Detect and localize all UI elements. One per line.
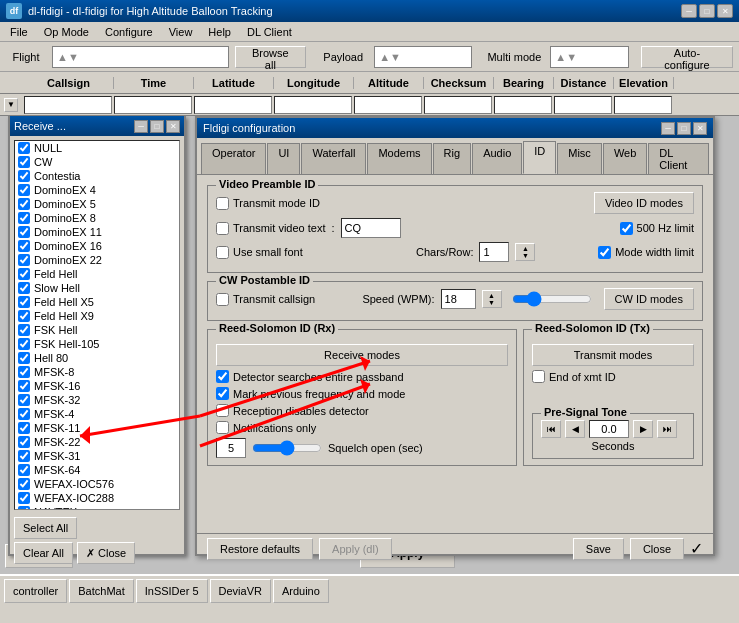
config-minimize-btn[interactable]: ─ [661,122,675,135]
receive-list-item[interactable]: DominoEX 8 [15,211,179,225]
receive-item-checkbox[interactable] [18,170,30,182]
receive-item-checkbox[interactable] [18,296,30,308]
chars-row-input[interactable] [479,242,509,262]
receive-list[interactable]: NULLCWContestiaDominoEX 4DominoEX 5Domin… [14,140,180,510]
presignal-value[interactable] [589,420,629,438]
receive-list-item[interactable]: NAVTEX [15,505,179,510]
notifications-checkbox[interactable] [216,421,229,434]
end-of-xmt-checkbox[interactable] [532,370,545,383]
receive-list-item[interactable]: WEFAX-IOC288 [15,491,179,505]
receive-item-checkbox[interactable] [18,338,30,350]
menu-view[interactable]: View [163,25,199,39]
receive-list-item[interactable]: Feld Hell X5 [15,295,179,309]
close-receive-button[interactable]: ✗ Close [77,542,135,564]
cw-id-modes-button[interactable]: CW ID modes [604,288,694,310]
tab-operator[interactable]: Operator [201,143,266,174]
receive-item-checkbox[interactable] [18,352,30,364]
reception-label[interactable]: Reception disables detector [216,404,369,417]
menu-file[interactable]: File [4,25,34,39]
checkmark-icon[interactable]: ✓ [690,539,703,558]
presignal-rewind[interactable]: ◀ [565,420,585,438]
transmit-video-label[interactable]: Transmit video text [216,222,326,235]
tab-id[interactable]: ID [523,141,556,174]
config-maximize-btn[interactable]: □ [677,122,691,135]
receive-item-checkbox[interactable] [18,156,30,168]
speed-input[interactable] [441,289,476,309]
config-close-footer-button[interactable]: Close [630,538,684,560]
taskbar-item-3[interactable]: DeviaVR [210,579,271,603]
receive-item-checkbox[interactable] [18,212,30,224]
receive-list-item[interactable]: MFSK-31 [15,449,179,463]
receive-item-checkbox[interactable] [18,254,30,266]
mode-width-label[interactable]: Mode width limit [598,246,694,259]
menu-configure[interactable]: Configure [99,25,159,39]
apply-dl-button[interactable]: Apply (dl) [319,538,391,560]
auto-configure-button[interactable]: Auto-configure [641,46,733,68]
end-of-xmt-label[interactable]: End of xmt ID [532,370,616,383]
tab-modems[interactable]: Modems [367,143,431,174]
receive-item-checkbox[interactable] [18,450,30,462]
receive-item-checkbox[interactable] [18,394,30,406]
detector-checkbox[interactable] [216,370,229,383]
tab-waterfall[interactable]: Waterfall [301,143,366,174]
receive-item-checkbox[interactable] [18,380,30,392]
receive-list-item[interactable]: Feld Hell [15,267,179,281]
receive-list-item[interactable]: NULL [15,141,179,155]
receive-list-item[interactable]: WEFAX-IOC576 [15,477,179,491]
input-latitude[interactable] [194,96,272,114]
save-button[interactable]: Save [573,538,624,560]
squelch-value[interactable] [216,438,246,458]
presignal-forward[interactable]: ▶ [633,420,653,438]
taskbar-item-4[interactable]: Arduino [273,579,329,603]
receive-list-item[interactable]: MFSK-64 [15,463,179,477]
small-font-label[interactable]: Use small font [216,246,303,259]
restore-defaults-button[interactable]: Restore defaults [207,538,313,560]
tab-misc[interactable]: Misc [557,143,602,174]
receive-list-item[interactable]: FSK Hell-105 [15,337,179,351]
input-longitude[interactable] [274,96,352,114]
mark-prev-checkbox[interactable] [216,387,229,400]
tab-web[interactable]: Web [603,143,647,174]
notifications-label[interactable]: Notifications only [216,421,316,434]
taskbar-item-1[interactable]: BatchMat [69,579,133,603]
receive-list-item[interactable]: CW [15,155,179,169]
receive-item-checkbox[interactable] [18,184,30,196]
receive-item-checkbox[interactable] [18,310,30,322]
mark-prev-label[interactable]: Mark previous frequency and mode [216,387,405,400]
transmit-mode-label[interactable]: Transmit mode ID [216,197,320,210]
mode-width-checkbox[interactable] [598,246,611,259]
transmit-modes-button[interactable]: Transmit modes [532,344,694,366]
clear-all-button[interactable]: Clear All [14,542,73,564]
menu-help[interactable]: Help [202,25,237,39]
speed-spin[interactable]: ▲ ▼ [482,290,502,308]
chars-row-spin[interactable]: ▲ ▼ [515,243,535,261]
transmit-video-checkbox[interactable] [216,222,229,235]
receive-item-checkbox[interactable] [18,226,30,238]
input-distance[interactable] [554,96,612,114]
receive-list-item[interactable]: FSK Hell [15,323,179,337]
reception-checkbox[interactable] [216,404,229,417]
receive-minimize-btn[interactable]: ─ [134,120,148,133]
transmit-mode-checkbox[interactable] [216,197,229,210]
receive-item-checkbox[interactable] [18,366,30,378]
input-altitude[interactable] [354,96,422,114]
hz-limit-label[interactable]: 500 Hz limit [620,222,694,235]
config-close-btn[interactable]: ✕ [693,122,707,135]
receive-list-item[interactable]: Slow Hell [15,281,179,295]
input-elevation[interactable] [614,96,672,114]
receive-item-checkbox[interactable] [18,408,30,420]
receive-item-checkbox[interactable] [18,240,30,252]
receive-item-checkbox[interactable] [18,506,30,510]
receive-list-item[interactable]: DominoEX 16 [15,239,179,253]
payload-combo[interactable]: ▲▼ [374,46,472,68]
receive-modes-button[interactable]: Receive modes [216,344,508,366]
receive-item-checkbox[interactable] [18,142,30,154]
flight-combo[interactable]: ▲▼ [52,46,229,68]
select-all-button[interactable]: Select All [14,517,77,539]
row-arrow[interactable]: ▼ [4,98,18,112]
multi-mode-combo[interactable]: ▲▼ [550,46,629,68]
taskbar-item-2[interactable]: InSSIDer 5 [136,579,208,603]
receive-item-checkbox[interactable] [18,436,30,448]
receive-list-item[interactable]: MFSK-4 [15,407,179,421]
presignal-forward-end[interactable]: ⏭ [657,420,677,438]
